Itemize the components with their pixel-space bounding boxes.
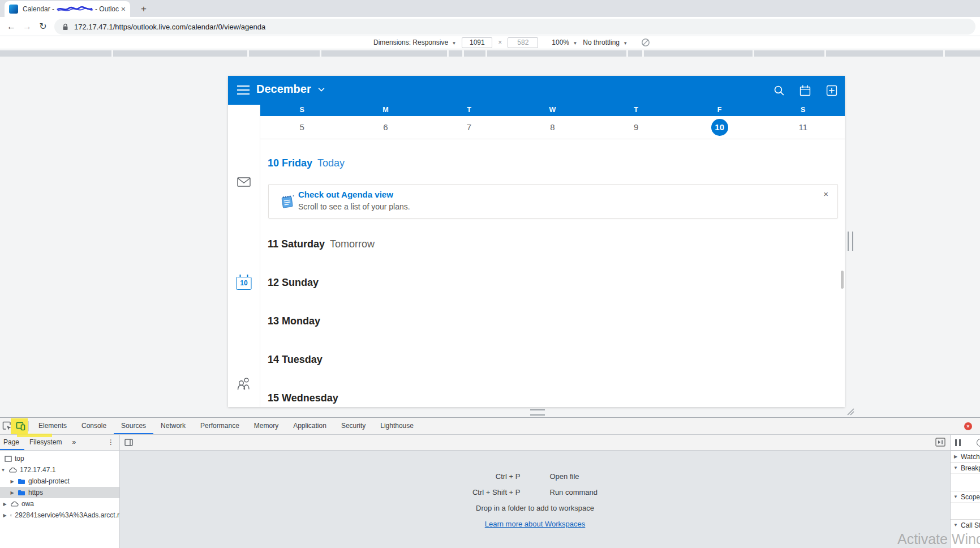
reload-icon[interactable]: ↻ <box>36 20 50 33</box>
file-tree: top ▼ 172.17.47.1 ▶ global-protect ▶ htt… <box>0 451 119 521</box>
yellow-highlight-marker <box>17 434 52 437</box>
devtools-tab-performance[interactable]: Performance <box>193 418 247 434</box>
navigator-tab-page[interactable]: Page <box>0 435 24 450</box>
redacted-scribble <box>56 6 93 12</box>
inspect-element-icon[interactable] <box>0 419 14 433</box>
agenda-row: 15 Wednesday <box>268 392 343 404</box>
navigator-tab-filesystem[interactable]: Filesystem <box>24 435 67 450</box>
section-breakpoints[interactable]: ▼ Breakpoints <box>951 462 980 473</box>
banner-close-icon[interactable]: × <box>823 189 828 199</box>
devtools-tab-network[interactable]: Network <box>153 418 193 434</box>
agenda-row: 14 Tuesday <box>268 354 328 366</box>
date-cell[interactable]: 9 <box>594 116 678 139</box>
viewport-resize-handle-bottom[interactable] <box>530 409 545 416</box>
expand-panel-icon[interactable] <box>935 438 945 447</box>
date-cell[interactable]: 8 <box>511 116 595 139</box>
devtools-tab-elements[interactable]: Elements <box>31 418 74 434</box>
viewport-resize-handle-right[interactable] <box>848 232 853 251</box>
devtools-tab-security[interactable]: Security <box>334 418 373 434</box>
workspaces-learn-more-link[interactable]: Learn more about Workspaces <box>485 520 586 528</box>
viewport-resize-handle-corner[interactable] <box>845 408 854 416</box>
tab-title: Calendar - - Outloc <box>23 5 119 13</box>
caret-down-icon[interactable]: ▼ <box>1 468 6 473</box>
day-letter: T <box>594 105 678 116</box>
pause-script-icon[interactable] <box>955 439 961 446</box>
caret-right-icon[interactable]: ▶ <box>2 513 7 518</box>
month-selector[interactable]: December <box>256 83 325 96</box>
calendar-date-icon[interactable]: 10 <box>237 277 252 290</box>
date-cell-selected[interactable]: 10 <box>678 116 762 139</box>
date-cell[interactable]: 6 <box>344 116 428 139</box>
error-count-badge[interactable]: × <box>964 422 972 430</box>
devtools-tab-console[interactable]: Console <box>74 418 114 434</box>
overflow-tabs-icon[interactable]: » <box>67 435 81 450</box>
mail-icon[interactable] <box>237 177 251 187</box>
section-call-stack[interactable]: ▼ Call Stack <box>951 519 980 530</box>
toolbar-divider <box>28 421 29 431</box>
viewport-width-input[interactable] <box>462 37 492 48</box>
rotate-icon[interactable] <box>641 38 650 47</box>
dimensions-label: Dimensions: Responsive <box>373 38 448 46</box>
device-toolbar-toggle-icon[interactable] <box>14 419 27 433</box>
workspace-drop-area: Ctrl + P Open file Ctrl + Shift + P Run … <box>120 451 950 548</box>
device-toolbar: Dimensions: Responsive ▼ × 100% ▼ No thr… <box>0 36 980 49</box>
back-icon[interactable]: ← <box>5 20 18 33</box>
dimensions-separator: × <box>498 38 502 46</box>
frame-icon <box>5 456 12 462</box>
agenda-today-heading: 10 Friday Today <box>268 157 345 169</box>
new-event-plus-icon[interactable] <box>826 85 837 96</box>
new-tab-button[interactable]: + <box>137 2 151 16</box>
page-scrollbar-thumb[interactable] <box>841 271 844 289</box>
devtools-tab-sources[interactable]: Sources <box>114 418 153 434</box>
caret-right-icon[interactable]: ▶ <box>10 490 15 495</box>
outlook-calendar-page: December S M <box>228 76 845 407</box>
debugger-sidebar: ▶ Watch ▼ Breakpoints ▼ Scope ▼ Call Sta… <box>950 435 980 548</box>
tree-item-top[interactable]: top <box>0 453 119 464</box>
tree-item-owa[interactable]: ▶ owa <box>0 498 119 510</box>
folder-icon <box>18 478 25 485</box>
tree-item-https[interactable]: ▶ https <box>0 487 119 498</box>
section-watch[interactable]: ▶ Watch <box>951 451 980 462</box>
caret-right-icon[interactable]: ▶ <box>2 502 7 507</box>
more-options-icon[interactable]: ⋮ <box>102 435 119 450</box>
dimensions-dropdown[interactable]: Dimensions: Responsive ▼ <box>373 38 456 46</box>
left-rail: 10 <box>228 105 260 407</box>
frame-icon <box>10 512 12 519</box>
media-query-bar <box>0 49 980 57</box>
devtools-tab-memory[interactable]: Memory <box>247 418 286 434</box>
month-label: December <box>256 83 311 96</box>
hamburger-menu-icon[interactable] <box>237 85 250 95</box>
deactivate-breakpoints-icon[interactable] <box>977 439 980 447</box>
banner-title-link[interactable]: Check out Agenda view <box>298 190 393 199</box>
date-cell[interactable]: 5 <box>260 116 344 139</box>
calendar-view-icon[interactable] <box>800 85 811 96</box>
caret-down-icon: ▼ <box>623 41 627 46</box>
caret-right-icon[interactable]: ▶ <box>10 479 15 484</box>
day-letter: S <box>260 105 344 116</box>
people-icon[interactable] <box>237 377 251 390</box>
screen: { "browser": { "tab_title_prefix": "Cale… <box>0 0 980 548</box>
navigator-toggle-icon[interactable] <box>124 439 133 446</box>
tab-title-prefix: Calendar - <box>23 5 54 13</box>
browser-tab[interactable]: Calendar - - Outloc × <box>5 1 130 17</box>
devtools-tab-lighthouse[interactable]: Lighthouse <box>373 418 421 434</box>
shortcut-run-command: Ctrl + Shift + P Run command <box>120 488 950 496</box>
tab-close-icon[interactable]: × <box>121 5 126 13</box>
forward-icon[interactable]: → <box>20 20 34 33</box>
tree-item-global-protect[interactable]: ▶ global-protect <box>0 476 119 487</box>
day-letter: M <box>344 105 428 116</box>
zoom-dropdown[interactable]: 100% ▼ <box>552 38 577 46</box>
date-cell[interactable]: 7 <box>427 116 511 139</box>
devtools-tab-bar: Elements Console Sources Network Perform… <box>0 418 980 435</box>
tree-item-service[interactable]: ▶ 292841service%3A%3Aads.arcct.r <box>0 510 119 521</box>
section-scope[interactable]: ▼ Scope <box>951 491 980 502</box>
search-icon[interactable] <box>773 85 785 96</box>
agenda-row: 12 Sunday <box>268 277 324 289</box>
throttling-dropdown[interactable]: No throttling ▼ <box>583 38 627 46</box>
date-cell[interactable]: 11 <box>761 116 845 139</box>
viewport-height-input[interactable] <box>508 37 538 48</box>
throttling-value: No throttling <box>583 38 620 46</box>
address-bar[interactable]: 172.17.47.1/https/outlook.live.com/calen… <box>54 19 975 35</box>
devtools-tab-application[interactable]: Application <box>286 418 334 434</box>
tree-item-host[interactable]: ▼ 172.17.47.1 <box>0 464 119 476</box>
